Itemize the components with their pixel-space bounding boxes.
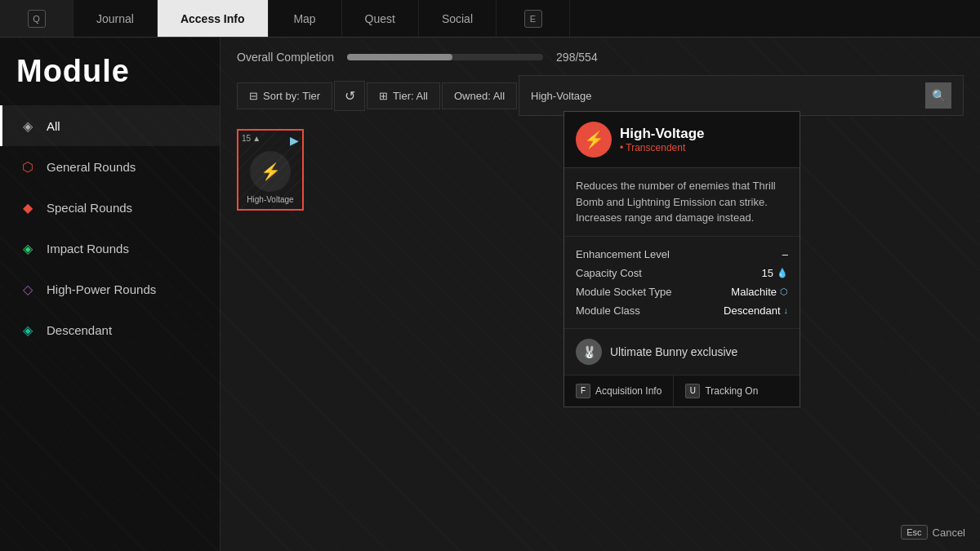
journal-label: Journal <box>96 12 134 25</box>
sidebar-item-special-rounds[interactable]: ◆ Special Rounds <box>0 187 220 228</box>
reset-button[interactable]: ↺ <box>334 81 365 111</box>
top-navigation: Q Journal Access Info Map Quest Social E <box>0 0 980 38</box>
sidebar-highpower-label: High-Power Rounds <box>47 282 156 296</box>
completion-bar-bg <box>347 54 543 60</box>
sidebar-item-descendant[interactable]: ◈ Descendant <box>0 309 220 350</box>
sidebar-item-general-rounds[interactable]: ⬡ General Rounds <box>0 146 220 187</box>
capacity-number: 15 <box>762 267 773 279</box>
stat-capacity-label: Capacity Cost <box>576 267 642 279</box>
quest-label: Quest <box>365 12 395 25</box>
right-panel: Overall Completion 298/554 ⊟ Sort by: Ti… <box>220 38 980 551</box>
u-key-badge: U <box>685 384 700 398</box>
capacity-icon: 💧 <box>777 268 788 278</box>
popup-stats: Enhancement Level – Capacity Cost 15 💧 M… <box>564 237 800 329</box>
stat-enhancement-value: – <box>782 248 788 260</box>
exclusive-avatar: 🐰 <box>576 339 602 365</box>
class-icon: ↓ <box>784 305 789 315</box>
e-key-badge: E <box>524 10 542 28</box>
high-power-icon: ◇ <box>19 280 37 298</box>
sidebar-all-label: All <box>47 119 60 133</box>
completion-section: Overall Completion 298/554 <box>237 51 964 64</box>
popup-lightning-icon: ⚡ <box>584 130 604 149</box>
tier-value: 15 <box>242 134 251 143</box>
bunny-icon: 🐰 <box>582 345 596 358</box>
popup-subtitle: • Transcendent <box>620 142 705 153</box>
stat-socket-label: Module Socket Type <box>576 286 672 298</box>
page-title: Module <box>0 46 220 105</box>
social-label: Social <box>442 12 473 25</box>
stat-row-class: Module Class Descendant ↓ <box>576 301 788 320</box>
filter-bar: ⊟ Sort by: Tier ↺ ⊞ Tier: All Owned: All… <box>237 75 964 116</box>
tracking-on-button[interactable]: U Tracking On <box>674 375 769 407</box>
sidebar-special-label: Special Rounds <box>47 201 132 215</box>
search-button[interactable]: 🔍 <box>925 82 951 109</box>
main-content: Module ◈ All ⬡ General Rounds ◆ Special … <box>0 38 980 551</box>
cancel-label: Cancel <box>933 527 965 539</box>
module-class: Descendant <box>724 304 780 317</box>
general-rounds-icon: ⬡ <box>19 158 37 176</box>
popup-title-block: High-Voltage • Transcendent <box>620 126 705 153</box>
q-key-badge: Q <box>28 10 46 28</box>
search-field[interactable]: 🔍 <box>519 75 964 116</box>
socket-icon: ⬡ <box>780 287 788 297</box>
popup-title: High-Voltage <box>620 126 705 142</box>
nav-map[interactable]: Map <box>269 0 342 37</box>
tier-label: Tier: All <box>393 90 428 102</box>
socket-type: Malachite <box>731 286 777 298</box>
popup-header: ⚡ High-Voltage • Transcendent <box>564 112 800 168</box>
popup-footer: F Acquisition Info U Tracking On <box>564 375 800 407</box>
sidebar-impact-label: Impact Rounds <box>47 242 129 256</box>
tracking-label: Tracking On <box>705 385 758 397</box>
tier-filter-button[interactable]: ⊞ Tier: All <box>367 82 440 109</box>
nav-social[interactable]: Social <box>419 0 497 37</box>
completion-bar-fill <box>347 54 452 60</box>
all-icon: ◈ <box>19 117 37 135</box>
stat-capacity-value: 15 💧 <box>762 267 788 279</box>
reset-icon: ↺ <box>345 88 355 104</box>
exclusive-label: Ultimate Bunny exclusive <box>610 345 737 358</box>
impact-rounds-icon: ◈ <box>19 239 37 257</box>
stat-class-value: Descendant ↓ <box>724 304 788 317</box>
map-label: Map <box>293 12 315 25</box>
sidebar-item-all[interactable]: ◈ All <box>0 105 220 146</box>
cancel-button[interactable]: Esc Cancel <box>901 525 965 540</box>
sidebar-item-high-power-rounds[interactable]: ◇ High-Power Rounds <box>0 269 220 309</box>
acquisition-info-button[interactable]: F Acquisition Info <box>564 375 674 407</box>
popup-description: Reduces the number of enemies that Thril… <box>564 168 800 237</box>
stat-enhancement-label: Enhancement Level <box>576 248 670 260</box>
descendant-icon: ◈ <box>19 321 37 339</box>
nav-journal[interactable]: Journal <box>74 0 158 37</box>
module-tier: 15 ▲ <box>242 134 261 143</box>
tier-stacks-icon: ⊞ <box>379 90 388 102</box>
completion-label: Overall Completion <box>237 51 334 64</box>
sidebar-descendant-label: Descendant <box>47 323 112 337</box>
acquisition-label: Acquisition Info <box>595 385 662 397</box>
owned-filter-button[interactable]: Owned: All <box>442 82 517 109</box>
esc-key-badge: Esc <box>901 525 927 540</box>
nav-e-key[interactable]: E <box>497 0 570 37</box>
sidebar-general-label: General Rounds <box>47 160 136 174</box>
access-info-label: Access Info <box>180 12 245 25</box>
f-key-badge: F <box>576 384 590 398</box>
stat-row-enhancement: Enhancement Level – <box>576 245 788 264</box>
owned-label: Owned: All <box>454 90 505 102</box>
sort-button[interactable]: ⊟ Sort by: Tier <box>237 82 332 109</box>
completion-count: 298/554 <box>556 51 598 64</box>
module-popup: ⚡ High-Voltage • Transcendent Reduces th… <box>564 111 800 407</box>
sort-label: Sort by: Tier <box>263 90 320 102</box>
nav-quest[interactable]: Quest <box>342 0 419 37</box>
popup-exclusive-section: 🐰 Ultimate Bunny exclusive <box>564 329 800 375</box>
sidebar: Module ◈ All ⬡ General Rounds ◆ Special … <box>0 38 220 551</box>
search-input[interactable] <box>531 90 919 102</box>
module-arrow-icon: ▶ <box>290 134 299 147</box>
sort-icon: ⊟ <box>249 90 258 102</box>
stat-class-label: Module Class <box>576 304 640 317</box>
popup-module-icon: ⚡ <box>576 122 612 158</box>
module-card-high-voltage[interactable]: 15 ▲ ▶ ⚡ High-Voltage <box>237 129 304 211</box>
nav-access-info[interactable]: Access Info <box>158 0 269 37</box>
tier-triangle-icon: ▲ <box>252 134 261 143</box>
sidebar-item-impact-rounds[interactable]: ◈ Impact Rounds <box>0 228 220 269</box>
special-rounds-icon: ◆ <box>19 198 37 216</box>
stat-socket-value: Malachite ⬡ <box>731 286 788 298</box>
nav-q-key[interactable]: Q <box>0 0 74 37</box>
